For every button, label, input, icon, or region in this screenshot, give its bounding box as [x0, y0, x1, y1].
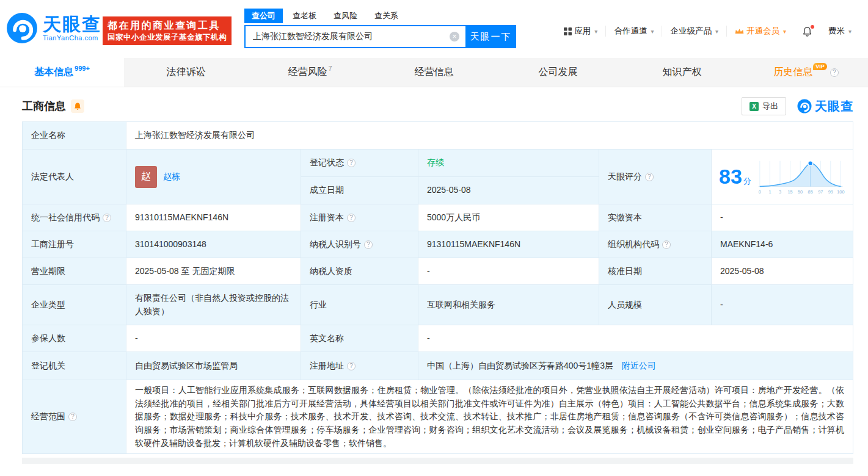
promo-banner: 都在用的商业查询工具 国家中小企业发展子基金旗下机构 [103, 16, 232, 45]
company-section-tabs: 基本信息 999+ 法律诉讼 经营风险 7 经营信息 公司发展 知识产权 历史信… [0, 58, 868, 87]
help-icon[interactable]: ? [830, 68, 839, 77]
nav-open-vip[interactable]: 开通会员 ▾ [726, 26, 794, 37]
label-legal-representative: 法定代表人 [23, 150, 126, 204]
value-company-name: 上海张江数智经济发展有限公司 [126, 122, 853, 150]
value-taxpayer-id: 91310115MAEKNF146N [418, 231, 599, 258]
export-button[interactable]: X 导出 [742, 97, 786, 115]
tab-company-development[interactable]: 公司发展 [496, 58, 620, 87]
value-business-term: 2025-05-08 至 无固定期限 [126, 258, 301, 285]
help-icon[interactable]: ? [68, 413, 77, 421]
value-establish-date: 2025-05-08 [418, 177, 599, 204]
value-business-registration-no: 310141000903148 [126, 231, 301, 258]
svg-text:3: 3 [779, 189, 781, 195]
search-box: × [244, 25, 465, 48]
tianyan-score-cell: 83分 [712, 150, 853, 204]
notification-dot [811, 25, 814, 29]
section-header: 工商信息 X 导出 天眼查 [22, 87, 853, 121]
search-tab-company[interactable]: 查公司 [244, 9, 283, 23]
crown-icon [735, 27, 744, 35]
label-text: 工商注册号 [31, 239, 74, 249]
tianyancha-logo-icon [6, 12, 38, 44]
score-unit: 分 [743, 176, 751, 186]
caret-down-icon: ▾ [651, 28, 654, 35]
watermark-label: 天眼查 [815, 98, 853, 115]
monitor-bell-icon[interactable] [71, 99, 84, 113]
value-insured-count: - [126, 325, 301, 352]
nav-enterprise-products[interactable]: 企业级产品 ▾ [662, 26, 726, 37]
nav-notifications[interactable] [794, 26, 820, 37]
tab-legal-litigation[interactable]: 法律诉讼 [124, 58, 248, 87]
svg-text:1: 1 [768, 189, 771, 195]
legal-rep-avatar: 赵 [135, 166, 157, 188]
help-icon[interactable]: ? [347, 362, 356, 370]
label-text: 法定代表人 [31, 171, 74, 181]
nav-cooperation[interactable]: 合作通道 ▾ [605, 26, 662, 37]
label-taxpayer-qualification: 纳税人资质 [301, 258, 418, 285]
value-legal-representative: 赵 赵栋 [126, 150, 301, 204]
tab-operational-risk[interactable]: 经营风险 7 [248, 58, 372, 87]
help-icon[interactable]: ? [645, 173, 654, 181]
label-registered-capital: 注册资本? [301, 204, 418, 231]
help-icon[interactable]: ? [347, 159, 356, 167]
search-tab-boss[interactable]: 查老板 [285, 9, 324, 23]
search-tab-relation[interactable]: 查关系 [367, 9, 406, 23]
page-bottom-strip [22, 458, 853, 464]
svg-text:85: 85 [808, 189, 812, 195]
search-input[interactable] [244, 25, 465, 48]
caret-down-icon: ▾ [848, 28, 852, 35]
main-content: 工商信息 X 导出 天眼查 企业名称 [0, 87, 868, 464]
label-text: 人员规模 [608, 300, 642, 309]
score-distribution-chart: 01 315 5085 9799 100 [756, 157, 845, 197]
top-nav: 应用 ▾ 合作通道 ▾ 企业级产品 ▾ 开通会员 ▾ [556, 26, 859, 37]
value-registered-capital: 5000万人民币 [418, 204, 599, 231]
label-organization-code: 组织机构代码? [599, 231, 712, 258]
nav-user-menu[interactable]: 费米 ▾ [820, 26, 859, 37]
tianyancha-watermark: 天眼查 [797, 98, 853, 115]
help-icon[interactable]: ? [662, 240, 671, 249]
tab-operating-info[interactable]: 经营信息 [372, 58, 496, 87]
label-text: 统一社会信用代码 [31, 212, 100, 222]
search-tabs: 查公司 查老板 查风险 查关系 [244, 9, 516, 23]
label-registration-status: 登记状态? [301, 150, 418, 177]
promo-line1: 都在用的商业查询工具 [108, 19, 227, 32]
nearby-companies-link[interactable]: 附近公司 [622, 361, 656, 370]
label-company-type: 企业类型 [23, 285, 126, 325]
svg-text:0: 0 [759, 189, 761, 195]
section-title: 工商信息 [22, 99, 66, 114]
tianyancha-logo[interactable]: 天眼查 TianYanCha.com [6, 12, 101, 44]
brand-domain: TianYanCha.com [43, 34, 101, 41]
label-paid-in-capital: 实缴资本 [599, 204, 712, 231]
business-info-table: 企业名称 上海张江数智经济发展有限公司 法定代表人 赵 赵栋 登记状态? 存续 … [22, 121, 853, 454]
search-button[interactable]: 天眼一下 [465, 25, 516, 48]
label-company-name: 企业名称 [23, 122, 126, 150]
score-value: 83分 [719, 160, 751, 193]
clear-search-icon[interactable]: × [450, 32, 459, 41]
value-english-name: - [418, 325, 853, 352]
tab-basic-info[interactable]: 基本信息 999+ [0, 58, 124, 87]
label-approval-date: 核准日期 [599, 258, 712, 285]
svg-text:99: 99 [828, 189, 833, 195]
label-establish-date: 成立日期 [301, 177, 418, 204]
value-registered-address: 中国（上海）自由贸易试验区芳春路400号1幢3层 附近公司 [418, 352, 853, 380]
label-tianyan-score: 天眼评分? [599, 150, 712, 204]
status-badge: 存续 [427, 157, 444, 167]
excel-icon: X [749, 102, 759, 111]
search-tab-risk[interactable]: 查风险 [326, 9, 365, 23]
tab-intellectual-property[interactable]: 知识产权 [620, 58, 744, 87]
help-icon[interactable]: ? [364, 240, 373, 249]
label-staff-size: 人员规模 [599, 285, 712, 325]
tab-history-info[interactable]: 历史信息 VIP ? [744, 58, 868, 87]
caret-down-icon: ▾ [783, 28, 786, 35]
help-icon[interactable]: ? [347, 214, 356, 222]
tab-label: 历史信息 [773, 66, 812, 79]
label-text: 登记机关 [31, 361, 65, 370]
label-insured-count: 参保人数 [23, 325, 126, 352]
label-text: 组织机构代码 [608, 239, 659, 249]
help-icon[interactable]: ? [103, 214, 111, 222]
label-business-scope: 经营范围? [23, 380, 126, 454]
label-text: 成立日期 [310, 185, 344, 195]
nav-apps[interactable]: 应用 ▾ [556, 26, 605, 37]
label-registered-address: 注册地址? [301, 352, 418, 380]
nav-apps-label: 应用 [574, 26, 591, 37]
legal-rep-link[interactable]: 赵栋 [163, 170, 180, 184]
